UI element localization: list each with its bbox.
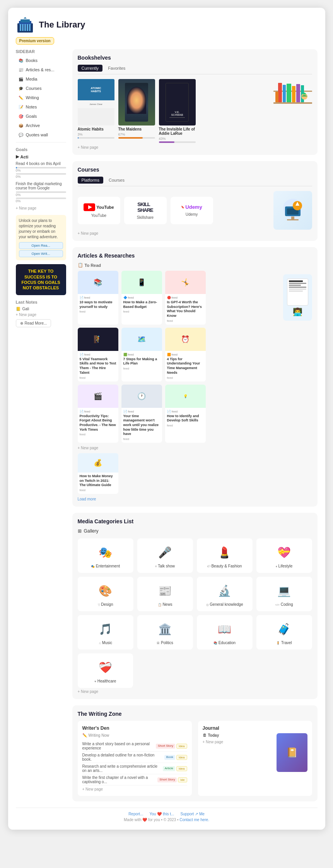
media-card-beauty[interactable]: 💄 🏷 Beauty & Fashion (197, 538, 253, 573)
sidebar-item-writing[interactable]: ✏️ Writing (16, 93, 66, 102)
footer-link-love[interactable]: You ❤️ this t... (149, 812, 174, 816)
articles-title: Articles & Researches (78, 253, 312, 259)
promo-box: Unlock our plans to optimize your readin… (16, 215, 66, 260)
footer-contact-link[interactable]: Contact me here. (179, 818, 209, 822)
media-card-general[interactable]: 🔬 ◎ General knowledge (197, 577, 253, 611)
media-card-entertainment[interactable]: 🎭 🎭 Entertainment (78, 538, 133, 573)
open-reading-btn[interactable]: Open Rea... (19, 242, 63, 249)
media-card-lifestyle[interactable]: 💝 ♦ Lifestyle (256, 538, 312, 573)
footer-link-support[interactable]: Support ↗ Me (180, 812, 204, 816)
article-card-2[interactable]: 📱 🔷 feed How to Make a Zero-Based Budget… (121, 271, 162, 325)
sidebar-item-media[interactable]: 🎬 Media (16, 75, 66, 83)
svg-rect-17 (275, 92, 278, 102)
media-card-news[interactable]: 📰 📋 News (137, 577, 193, 611)
writing-item-4[interactable]: Write the first chapter of a novel with … (82, 774, 187, 785)
course-udemy[interactable]: 🔖 Udemy Udemy (171, 197, 213, 224)
course-youtube[interactable]: YouTube YouTube (78, 197, 120, 224)
media-card-travel[interactable]: 🧳 🧍 Travel (256, 615, 312, 650)
tab-platforms[interactable]: Platforms (78, 177, 103, 184)
svg-rect-7 (29, 24, 31, 31)
sidebar-item-goals[interactable]: 🎯 Goals (16, 112, 66, 120)
premium-badge: Premium version (16, 37, 54, 45)
svg-rect-14 (292, 86, 295, 102)
writers-den-title: Writer's Den (82, 725, 187, 731)
goals-new-page[interactable]: + New page (16, 206, 66, 210)
sidebar-item-notes[interactable]: 📝 Notes (16, 103, 66, 111)
youtube-logo: YouTube (84, 203, 114, 211)
courses-title: Courses (78, 167, 312, 173)
goals-icon: 🎯 (18, 113, 24, 119)
media-card-politics[interactable]: 🏛️ 🏛 Politics (137, 615, 193, 650)
writing-item-2[interactable]: Develop a detailed outline for a non-fic… (82, 752, 187, 763)
sidebar-item-books[interactable]: 📚 Books (16, 56, 66, 65)
goal-item-2: Finish the digital marketing course from… (16, 182, 66, 203)
sidebar-item-courses[interactable]: 🎓 Courses (16, 84, 66, 93)
writing-item-1[interactable]: Write a short story based on a personal … (82, 741, 187, 752)
footer-links: Report... You ❤️ this t... Support ↗ Me (16, 812, 318, 816)
book-card-atomic[interactable]: ATOMICHABITS James Clear Atomic Habits 3… (78, 79, 114, 139)
courses-panel: Courses Platforms Courses (72, 161, 318, 241)
lifestyle-icon: 💝 (275, 543, 294, 562)
article-card-5[interactable]: 🗺️ 🟩 feed 7 Steps for Making a Life Plan… (121, 328, 162, 382)
entertainment-icon: 🎭 (96, 543, 115, 562)
notes-icon: 📝 (18, 104, 24, 110)
sidebar-divider (16, 142, 66, 143)
media-new-page[interactable]: + New page (78, 689, 312, 694)
writers-den-new-page[interactable]: + New page (82, 787, 187, 791)
read-more-button[interactable]: ⊕ Read More... (16, 319, 51, 327)
open-writing-btn[interactable]: Open Writ... (19, 250, 63, 257)
article-card-extra[interactable]: 💰 How to Make Money on Twitch in 2021: T… (78, 453, 118, 494)
media-title: Media Categories List (78, 518, 312, 524)
notes-new-page[interactable]: + New page (16, 313, 66, 317)
load-more-button[interactable]: Load more (78, 497, 279, 501)
footer-made-with: Made with ❤️ for you • © 2023 • Contact … (16, 818, 318, 822)
books-icon: 📚 (18, 58, 24, 63)
app-title: The Library (39, 20, 85, 30)
article-card-8[interactable]: 🕐 📄 feed Your time management won't work… (121, 385, 162, 443)
writing-zone-grid: Writer's Den ✏️ Writing Now Write a shor… (78, 721, 312, 796)
book-card-maidens[interactable]: The Maidens 67% (118, 79, 155, 139)
tag-short-story-2: Short Story (157, 777, 177, 782)
gallery-icon: ⊞ (78, 528, 82, 534)
tab-courses[interactable]: Courses (105, 177, 128, 184)
media-icon: 🎬 (18, 76, 24, 82)
writing-item-3[interactable]: Research and write a comprehensive artic… (82, 763, 187, 774)
sidebar-item-quotes[interactable]: 💬 Quotes wall (16, 131, 66, 139)
articles-new-page[interactable]: + New page (78, 446, 279, 450)
journal-section: Journal 🗓 Today + New page 📔 (198, 721, 312, 796)
beauty-icon: 💄 (215, 543, 234, 562)
book-card-addie[interactable]: V.E.SCHWAB The Invisible Life of Addie L… (159, 79, 196, 144)
tab-currently[interactable]: Currently (78, 65, 103, 72)
courses-new-page[interactable]: + New page (78, 231, 312, 235)
media-card-healthcare[interactable]: ❤️‍🩹 ♥ Healthcare (78, 653, 133, 688)
article-card-1[interactable]: 📚 📄 feed 10 ways to motivate yourself to… (78, 271, 118, 325)
sidebar: Sidebar 📚 Books 📰 Articles & res... 🎬 Me… (16, 49, 66, 801)
course-skillshare[interactable]: SKILLSHARE Skillshare (124, 197, 167, 224)
journal-new-page[interactable]: + New page (203, 740, 273, 744)
media-card-education[interactable]: 📖 📚 Education (197, 615, 253, 650)
svg-rect-12 (283, 85, 286, 102)
article-card-6[interactable]: ⏰ 🟧 feed 4 Tips for Understanding Your T… (165, 328, 206, 382)
svg-rect-26 (287, 219, 299, 220)
article-card-7[interactable]: 🎬 📄 feed Productivity Tips: Forget About… (78, 385, 118, 443)
journal-image: 📔 (277, 733, 307, 772)
archive-icon: 📦 (18, 123, 24, 128)
article-card-3[interactable]: 🤸 🔴 feed Is GPT-4 Worth the Subscription… (165, 271, 206, 325)
media-card-talkshow[interactable]: 🎤 ≡ Talk show (137, 538, 193, 573)
sidebar-item-archive[interactable]: 📦 Archive (16, 121, 66, 130)
writers-den: Writer's Den ✏️ Writing Now Write a shor… (78, 721, 192, 796)
footer-link-report[interactable]: Report... (128, 812, 143, 816)
media-card-coding[interactable]: 💻 </> Coding (256, 577, 312, 611)
media-card-design[interactable]: 🎨 ▽ Design (78, 577, 133, 611)
healthcare-icon: ❤️‍🩹 (96, 658, 114, 677)
travel-icon: 🧳 (275, 620, 294, 638)
bookshelves-tabs: Currently Favorites (78, 65, 312, 74)
note-item-gali[interactable]: 📒 Gali (16, 307, 66, 311)
article-card-9[interactable]: 💡 📄 feed How to Identify and Develop Sof… (165, 385, 206, 443)
tab-favorites[interactable]: Favorites (104, 65, 129, 72)
sidebar-item-articles[interactable]: 📰 Articles & res... (16, 65, 66, 74)
goals-acti: ▶ Acti (16, 154, 66, 159)
bookshelves-new-page[interactable]: + New page (78, 145, 312, 150)
media-card-music[interactable]: 🎵 ♫ Music (78, 615, 133, 650)
article-card-4[interactable]: 🧗 📄 feed 5 Vital Teamwork Skills and How… (78, 328, 118, 382)
